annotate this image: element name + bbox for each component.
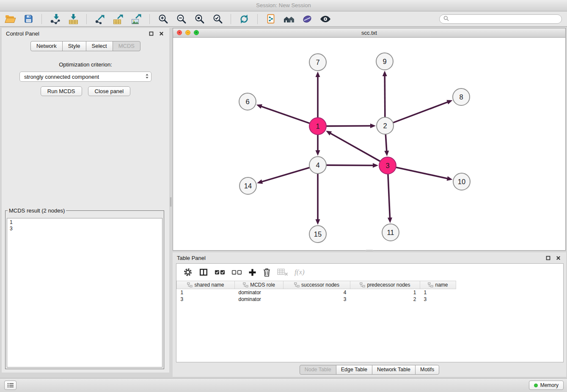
tab-mcds[interactable]: MCDS [113,41,140,51]
edge-3-1[interactable] [330,133,380,161]
column-header-name[interactable]: name [420,281,456,289]
edge-4-3[interactable] [326,165,374,166]
graph-node-15[interactable]: 15 [309,226,326,243]
edge-arrowhead [316,150,320,156]
graph-node-7[interactable]: 7 [309,54,326,71]
delete-table-icon [277,268,288,276]
edge-arrowhead [256,104,262,108]
node-table-container: f(x) shared nameMCDS rolesuccessor nodes… [176,263,564,362]
export-network-icon[interactable] [93,13,107,25]
edge-arrowhead [383,71,387,76]
edge-1-6[interactable] [261,106,310,124]
window-title: Session: New Session [256,2,311,8]
table-panel: Table Panel f(x) shared nameMCDS rolesuc… [173,252,566,377]
table-cell[interactable]: 4 [284,289,350,296]
panel-menu-button[interactable] [4,381,17,390]
zoom-selected-icon[interactable] [211,13,224,25]
tab-network[interactable]: Network [30,41,63,51]
table-tabs: Node TableEdge TableNetwork TableMotifs [173,365,566,375]
search-input[interactable] [451,16,558,22]
add-column-icon[interactable] [248,268,256,276]
save-session-icon[interactable] [22,13,35,25]
graph-node-3[interactable]: 3 [379,157,396,174]
tab-style[interactable]: Style [62,41,86,51]
float-panel-icon[interactable] [148,30,155,37]
table-settings-icon[interactable] [183,268,193,277]
table-cell[interactable]: dominator [235,289,284,296]
table-tab-node-table[interactable]: Node Table [300,365,336,375]
table-cell[interactable]: dominator [235,296,284,303]
deselect-all-rows-icon[interactable] [231,268,242,276]
close-panel-icon[interactable] [158,30,165,37]
graph-node-10[interactable]: 10 [453,173,470,190]
graph-node-9[interactable]: 9 [376,53,393,70]
delete-column-icon[interactable] [263,268,271,277]
select-all-rows-icon[interactable] [215,268,225,276]
table-cell[interactable]: 2 [350,296,420,303]
edge-3-11[interactable] [388,174,390,218]
close-window-button[interactable]: × [177,30,182,35]
svg-text:11: 11 [387,229,394,236]
apply-layout-icon[interactable] [237,13,251,25]
zoom-in-icon[interactable] [156,13,170,25]
table-tab-network-table[interactable]: Network Table [372,365,416,375]
edge-2-3[interactable] [385,134,387,152]
table-row[interactable]: 1dominator411 [177,289,564,296]
table-cell[interactable]: 1 [350,289,420,296]
zoom-out-icon[interactable] [174,13,188,25]
control-panel-header: Control Panel [2,28,169,39]
graph-node-2[interactable]: 2 [377,117,394,134]
graph-node-8[interactable]: 8 [453,88,470,105]
graph-node-4[interactable]: 4 [309,157,326,174]
network-window-title: scc.txt [361,30,377,36]
badge-icon[interactable] [300,13,314,25]
network-canvas[interactable]: 7968124314101511 [173,38,565,250]
svg-text:8: 8 [459,93,463,101]
column-header-successor-nodes[interactable]: successor nodes [284,281,350,289]
edge-4-14[interactable] [261,168,310,182]
close-panel-button[interactable]: Close panel [88,86,131,96]
edge-2-8[interactable] [393,102,448,123]
import-network-icon[interactable] [48,13,62,25]
table-row[interactable]: 3dominator323 [177,296,564,303]
graph-node-1[interactable]: 1 [309,118,326,135]
import-table-icon[interactable] [66,13,80,25]
edge-1-2[interactable] [326,126,371,126]
table-cell[interactable]: 3 [284,296,350,303]
graph-node-6[interactable]: 6 [239,93,256,110]
column-header-shared-name[interactable]: shared name [177,281,235,289]
show-graphics-details-icon[interactable] [319,13,332,25]
table-tab-edge-table[interactable]: Edge Table [336,365,372,375]
graph-node-14[interactable]: 14 [239,177,256,194]
minimize-window-button[interactable]: − [185,30,190,35]
open-session-icon[interactable] [3,13,17,25]
close-table-panel-icon[interactable] [555,254,562,262]
clone-network-icon[interactable] [264,13,278,25]
edge-2-9[interactable] [385,75,385,117]
graph-node-11[interactable]: 11 [382,224,399,241]
home-icon[interactable] [282,13,296,25]
export-table-icon[interactable] [111,13,125,25]
node-table: shared nameMCDS rolesuccessor nodesprede… [176,281,563,303]
search-field[interactable] [439,14,562,24]
zoom-window-button[interactable]: + [194,30,199,35]
column-header-predecessor-nodes[interactable]: predecessor nodes [350,281,420,289]
table-tab-motifs[interactable]: Motifs [415,365,439,375]
run-mcds-button[interactable]: Run MCDS [41,86,82,96]
horizontal-splitter-grip[interactable] [366,250,373,251]
table-cell[interactable]: 3 [177,296,235,303]
panel-splitter[interactable] [169,28,173,373]
zoom-fit-icon[interactable] [193,13,206,25]
edge-3-10[interactable] [396,167,448,179]
optimization-dropdown[interactable]: strongly connected component [19,72,151,82]
column-header-MCDS-role[interactable]: MCDS role [235,281,284,289]
mcds-result-list[interactable]: 13 [7,218,162,367]
show-columns-icon[interactable] [199,268,208,277]
export-image-icon[interactable] [129,13,143,25]
table-cell[interactable]: 1 [177,289,235,296]
tab-select[interactable]: Select [86,41,113,51]
table-cell[interactable]: 3 [420,296,456,303]
float-table-panel-icon[interactable] [545,254,552,262]
table-cell[interactable]: 1 [420,289,456,296]
memory-button[interactable]: Memory [529,381,564,390]
